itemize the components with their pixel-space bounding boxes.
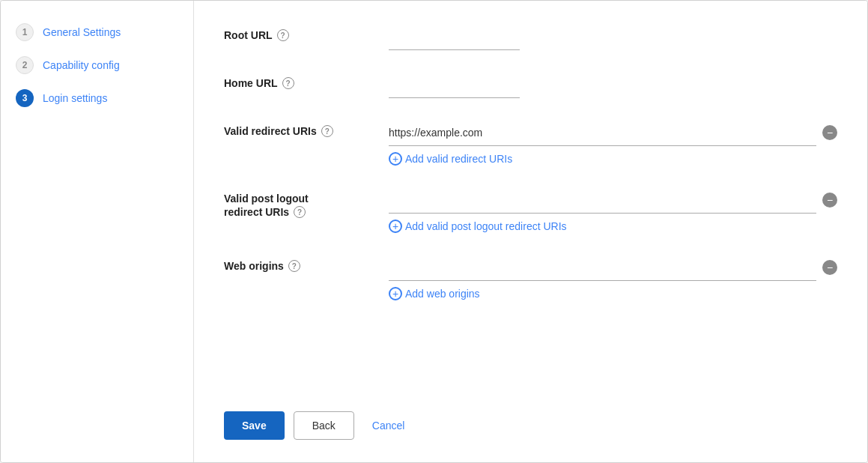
home-url-input-col xyxy=(389,71,837,98)
root-url-label: Root URL ? xyxy=(224,29,389,41)
back-button[interactable]: Back xyxy=(294,411,354,440)
home-url-row: Home URL ? xyxy=(224,71,837,98)
valid-redirect-uris-input[interactable] xyxy=(389,119,816,146)
valid-post-logout-input[interactable] xyxy=(389,187,816,214)
add-valid-redirect-uri-icon: + xyxy=(389,152,402,166)
root-url-label-col: Root URL ? xyxy=(224,23,389,41)
sidebar-item-capability-config[interactable]: 2 Capability config xyxy=(1,49,193,82)
valid-post-logout-label: Valid post logout redirect URIs ? xyxy=(224,193,389,218)
web-origins-input[interactable] xyxy=(389,254,816,281)
root-url-help-icon[interactable]: ? xyxy=(277,29,289,41)
home-url-input[interactable] xyxy=(389,71,520,98)
sidebar-label-general-settings: General Settings xyxy=(43,26,121,38)
web-origins-input-row: − xyxy=(389,254,837,281)
valid-post-logout-input-col: − + Add valid post logout redirect URIs xyxy=(389,187,837,233)
sidebar-label-capability-config: Capability config xyxy=(43,59,120,71)
form-area: Root URL ? Home URL ? xyxy=(224,23,837,396)
step-badge-1: 1 xyxy=(16,23,34,41)
web-origins-input-col: − + Add web origins xyxy=(389,254,837,300)
main-content: Root URL ? Home URL ? xyxy=(194,1,867,462)
remove-valid-post-logout-button[interactable]: − xyxy=(822,193,837,208)
valid-redirect-uris-label: Valid redirect URIs ? xyxy=(224,125,389,137)
home-url-label: Home URL ? xyxy=(224,77,389,89)
root-url-input[interactable] xyxy=(389,23,520,50)
web-origins-label: Web origins ? xyxy=(224,260,389,272)
home-url-help-icon[interactable]: ? xyxy=(282,77,294,89)
valid-redirect-uris-input-row: − xyxy=(389,119,837,146)
root-url-row: Root URL ? xyxy=(224,23,837,50)
root-url-input-col xyxy=(389,23,837,50)
valid-redirect-uris-help-icon[interactable]: ? xyxy=(321,125,333,137)
add-valid-post-logout-link[interactable]: + Add valid post logout redirect URIs xyxy=(389,220,837,233)
valid-post-logout-input-row: − xyxy=(389,187,837,214)
add-web-origin-icon: + xyxy=(389,287,402,300)
web-origins-row: Web origins ? − + Add web origins xyxy=(224,254,837,300)
valid-post-logout-label-col: Valid post logout redirect URIs ? xyxy=(224,187,389,218)
valid-redirect-uris-row: Valid redirect URIs ? − + Add valid redi… xyxy=(224,119,837,166)
remove-web-origin-button[interactable]: − xyxy=(822,260,837,275)
sidebar: 1 General Settings 2 Capability config 3… xyxy=(1,1,194,462)
valid-redirect-uris-input-col: − + Add valid redirect URIs xyxy=(389,119,837,166)
valid-post-logout-help-icon[interactable]: ? xyxy=(294,206,306,218)
step-badge-3: 3 xyxy=(16,89,34,107)
footer-buttons: Save Back Cancel xyxy=(224,396,837,440)
home-url-label-col: Home URL ? xyxy=(224,71,389,89)
sidebar-label-login-settings: Login settings xyxy=(43,92,107,104)
valid-post-logout-row: Valid post logout redirect URIs ? − xyxy=(224,187,837,233)
sidebar-item-general-settings[interactable]: 1 General Settings xyxy=(1,16,193,49)
add-valid-redirect-uri-link[interactable]: + Add valid redirect URIs xyxy=(389,152,837,166)
app-window: 1 General Settings 2 Capability config 3… xyxy=(0,0,868,463)
web-origins-label-col: Web origins ? xyxy=(224,254,389,272)
remove-valid-redirect-uri-button[interactable]: − xyxy=(822,125,837,140)
cancel-button[interactable]: Cancel xyxy=(363,411,414,440)
step-badge-2: 2 xyxy=(16,56,34,74)
add-web-origin-link[interactable]: + Add web origins xyxy=(389,287,837,300)
add-valid-post-logout-icon: + xyxy=(389,220,402,233)
save-button[interactable]: Save xyxy=(224,411,285,440)
valid-redirect-uris-label-col: Valid redirect URIs ? xyxy=(224,119,389,137)
sidebar-item-login-settings[interactable]: 3 Login settings xyxy=(1,82,193,115)
web-origins-help-icon[interactable]: ? xyxy=(288,260,300,272)
